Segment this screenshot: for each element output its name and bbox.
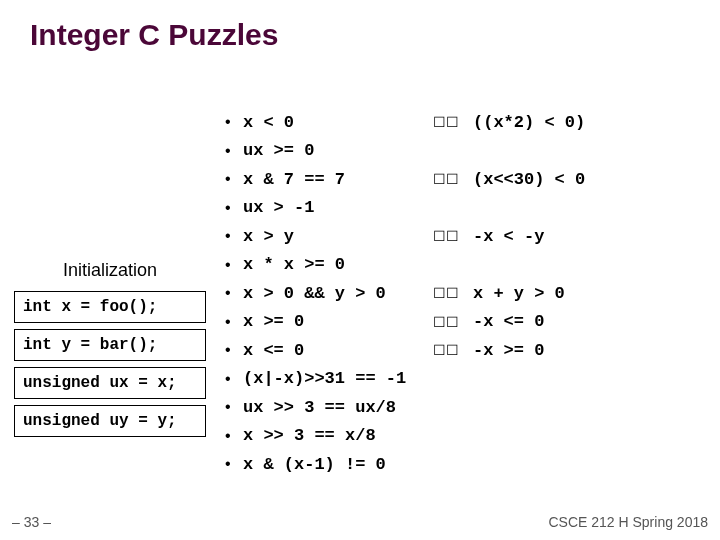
implies-icon: ☐☐ — [433, 228, 473, 244]
puzzle-lhs: ux > -1 — [243, 198, 433, 217]
puzzle-rhs: ((x*2) < 0) — [473, 113, 585, 132]
implies-icon: ☐☐ — [433, 285, 473, 301]
puzzle-row: •x & (x-1) != 0 — [225, 450, 710, 479]
puzzle-lhs: x > y — [243, 227, 433, 246]
puzzle-row: •x <= 0☐☐-x >= 0 — [225, 336, 710, 365]
puzzle-row: •x & 7 == 7☐☐(x<<30) < 0 — [225, 165, 710, 194]
puzzle-lhs: ux >> 3 == ux/8 — [243, 398, 433, 417]
puzzle-rhs: -x < -y — [473, 227, 544, 246]
bullet-icon: • — [225, 256, 243, 274]
initialization-heading: Initialization — [10, 260, 210, 281]
puzzle-rhs: -x <= 0 — [473, 312, 544, 331]
puzzle-lhs: x & (x-1) != 0 — [243, 455, 433, 474]
puzzle-row: •x > 0 && y > 0☐☐x + y > 0 — [225, 279, 710, 308]
slide-number: – 33 – — [12, 514, 51, 530]
bullet-icon: • — [225, 284, 243, 302]
puzzle-lhs: x < 0 — [243, 113, 433, 132]
course-footer: CSCE 212 H Spring 2018 — [548, 514, 708, 530]
puzzle-row: •x >> 3 == x/8 — [225, 422, 710, 451]
puzzle-rhs: (x<<30) < 0 — [473, 170, 585, 189]
puzzle-lhs: x & 7 == 7 — [243, 170, 433, 189]
bullet-icon: • — [225, 142, 243, 160]
puzzle-lhs: ux >= 0 — [243, 141, 433, 160]
initialization-block: Initialization int x = foo(); int y = ba… — [10, 260, 210, 443]
puzzle-lhs: x <= 0 — [243, 341, 433, 360]
implies-icon: ☐☐ — [433, 342, 473, 358]
puzzle-row: •ux >> 3 == ux/8 — [225, 393, 710, 422]
puzzle-rhs: x + y > 0 — [473, 284, 565, 303]
bullet-icon: • — [225, 313, 243, 331]
puzzle-row: •x < 0☐☐((x*2) < 0) — [225, 108, 710, 137]
puzzle-list: •x < 0☐☐((x*2) < 0)•ux >= 0•x & 7 == 7☐☐… — [225, 108, 710, 479]
bullet-icon: • — [225, 341, 243, 359]
implies-icon: ☐☐ — [433, 171, 473, 187]
puzzle-row: •x > y☐☐-x < -y — [225, 222, 710, 251]
bullet-icon: • — [225, 199, 243, 217]
puzzle-lhs: x >= 0 — [243, 312, 433, 331]
bullet-icon: • — [225, 227, 243, 245]
implies-icon: ☐☐ — [433, 114, 473, 130]
implies-icon: ☐☐ — [433, 314, 473, 330]
puzzle-row: •x * x >= 0 — [225, 251, 710, 280]
code-line: int y = bar(); — [14, 329, 206, 361]
slide-title: Integer C Puzzles — [30, 18, 278, 52]
bullet-icon: • — [225, 455, 243, 473]
puzzle-row: •ux >= 0 — [225, 137, 710, 166]
bullet-icon: • — [225, 113, 243, 131]
code-line: unsigned ux = x; — [14, 367, 206, 399]
code-line: unsigned uy = y; — [14, 405, 206, 437]
bullet-icon: • — [225, 427, 243, 445]
bullet-icon: • — [225, 170, 243, 188]
puzzle-row: •x >= 0☐☐-x <= 0 — [225, 308, 710, 337]
puzzle-lhs: (x|-x)>>31 == -1 — [243, 369, 433, 388]
puzzle-row: •(x|-x)>>31 == -1 — [225, 365, 710, 394]
code-line: int x = foo(); — [14, 291, 206, 323]
puzzle-row: •ux > -1 — [225, 194, 710, 223]
puzzle-lhs: x >> 3 == x/8 — [243, 426, 433, 445]
puzzle-lhs: x > 0 && y > 0 — [243, 284, 433, 303]
bullet-icon: • — [225, 398, 243, 416]
puzzle-lhs: x * x >= 0 — [243, 255, 433, 274]
puzzle-rhs: -x >= 0 — [473, 341, 544, 360]
bullet-icon: • — [225, 370, 243, 388]
